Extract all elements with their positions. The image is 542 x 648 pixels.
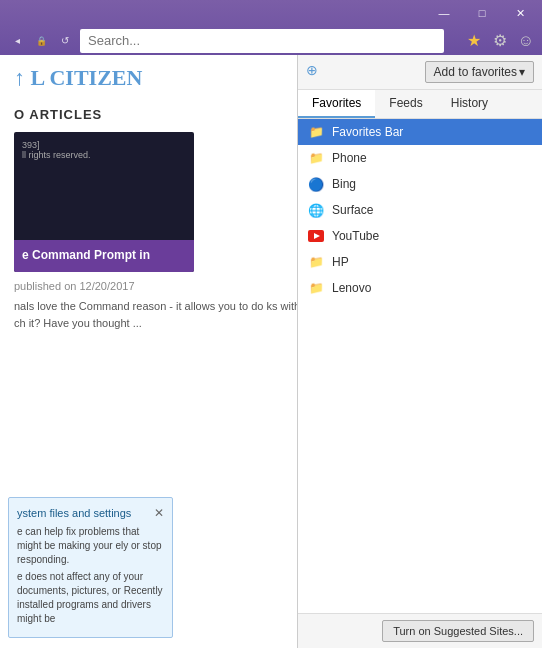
tab-favorites[interactable]: Favorites <box>298 90 375 118</box>
suggest-sites-button[interactable]: Turn on Suggested Sites... <box>382 620 534 642</box>
favorites-tabs: Favorites Feeds History <box>298 90 542 119</box>
youtube-icon <box>308 228 324 244</box>
popup-close-button[interactable]: ✕ <box>154 506 164 520</box>
fav-item-lenovo[interactable]: 📁 Lenovo <box>298 275 542 301</box>
fav-item-bing[interactable]: 🔵 Bing <box>298 171 542 197</box>
tab-feeds[interactable]: Feeds <box>375 90 436 118</box>
popup-title: ystem files and settings <box>17 507 131 519</box>
search-box-wrapper: Search... <box>80 29 444 53</box>
surface-icon: 🌐 <box>308 202 324 218</box>
lenovo-icon: 📁 <box>308 280 324 296</box>
surface-label: Surface <box>332 203 373 217</box>
fav-item-hp[interactable]: 📁 HP <box>298 249 542 275</box>
add-to-favorites-label: Add to favorites <box>434 65 517 79</box>
phone-icon: 📁 <box>308 150 324 166</box>
favorites-footer: Turn on Suggested Sites... <box>298 613 542 648</box>
logo-text: L CITIZEN <box>31 65 143 90</box>
article-title: e Command Prompt in <box>22 248 186 264</box>
hp-label: HP <box>332 255 349 269</box>
favorites-bar-icon: 📁 <box>308 124 324 140</box>
popup-text2: e does not affect any of your documents,… <box>17 570 164 626</box>
nav-buttons: ◂ 🔒 ↺ <box>6 30 76 52</box>
fav-item-surface[interactable]: 🌐 Surface <box>298 197 542 223</box>
article-card-text: 393]ll rights reserved. <box>22 140 186 160</box>
gear-icon[interactable]: ⚙ <box>490 31 510 51</box>
favorites-bar-label: Favorites Bar <box>332 125 403 139</box>
phone-label: Phone <box>332 151 367 165</box>
youtube-label: YouTube <box>332 229 379 243</box>
article-card-bottom: e Command Prompt in <box>14 240 194 272</box>
toolbar-icons: ★ ⚙ ☺ <box>464 31 536 51</box>
logo-arrow: ↑ <box>14 65 25 90</box>
popup-box: ystem files and settings ✕ e can help fi… <box>8 497 173 638</box>
main-area: ↑ L CITIZEN O ARTICLES 393]ll rights res… <box>0 55 542 648</box>
title-bar: — □ ✕ <box>0 0 542 27</box>
fav-item-phone[interactable]: 📁 Phone <box>298 145 542 171</box>
fav-item-favorites-bar[interactable]: 📁 Favorites Bar <box>298 119 542 145</box>
refresh-icon[interactable]: ↺ <box>54 30 76 52</box>
add-to-favorites-button[interactable]: Add to favorites ▾ <box>425 61 534 83</box>
search-input[interactable]: Search... <box>80 29 444 53</box>
popup-header: ystem files and settings ✕ <box>17 506 164 520</box>
favorites-panel: ⊕ Add to favorites ▾ Favorites Feeds His… <box>297 55 542 648</box>
lenovo-label: Lenovo <box>332 281 371 295</box>
article-card[interactable]: 393]ll rights reserved. e Command Prompt… <box>14 132 194 272</box>
fav-item-youtube[interactable]: YouTube <box>298 223 542 249</box>
minimize-button[interactable]: — <box>426 1 462 25</box>
bing-icon: 🔵 <box>308 176 324 192</box>
article-card-content: 393]ll rights reserved. <box>14 132 194 168</box>
lock-icon: 🔒 <box>30 30 52 52</box>
favorites-icon: ⊕ <box>306 62 326 82</box>
star-icon[interactable]: ★ <box>464 31 484 51</box>
close-button[interactable]: ✕ <box>502 1 538 25</box>
favorites-list: 📁 Favorites Bar 📁 Phone 🔵 Bing 🌐 Surface <box>298 119 542 613</box>
browser-chrome: — □ ✕ ◂ 🔒 ↺ Search... <box>0 0 542 55</box>
ellipsis: ... <box>133 317 142 329</box>
window-controls: — □ ✕ <box>426 1 538 25</box>
address-bar: ◂ 🔒 ↺ Search... ★ ⚙ <box>0 27 542 55</box>
hp-icon: 📁 <box>308 254 324 270</box>
bing-label: Bing <box>332 177 356 191</box>
popup-text1: e can help fix problems that might be ma… <box>17 525 164 567</box>
tab-history[interactable]: History <box>437 90 502 118</box>
back-icon[interactable]: ◂ <box>6 30 28 52</box>
favorites-header: ⊕ Add to favorites ▾ <box>298 55 542 90</box>
maximize-button[interactable]: □ <box>464 1 500 25</box>
browser-window: — □ ✕ ◂ 🔒 ↺ Search... <box>0 0 542 648</box>
smiley-icon[interactable]: ☺ <box>516 31 536 51</box>
add-favorites-dropdown-arrow: ▾ <box>519 65 525 79</box>
